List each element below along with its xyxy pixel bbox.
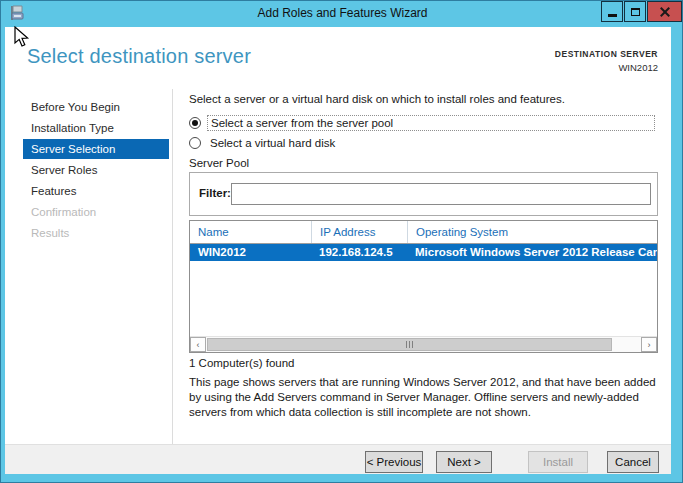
radio-row-server-pool[interactable]: Select a server from the server pool	[189, 114, 655, 131]
sidebar-item-before-you-begin[interactable]: Before You Begin	[23, 97, 169, 117]
radio-selected-icon[interactable]	[189, 117, 201, 129]
column-header-ip-address[interactable]: IP Address	[311, 221, 407, 243]
maximize-button[interactable]	[624, 1, 646, 22]
server-pool-title: Server Pool	[189, 157, 249, 169]
close-button[interactable]	[647, 1, 682, 22]
sidebar-item-results: Results	[23, 223, 169, 243]
table-header-row: Name IP Address Operating System	[190, 221, 657, 244]
radio-row-virtual-hard-disk[interactable]: Select a virtual hard disk	[189, 134, 338, 151]
cell-server-os: Microsoft Windows Server 2012 Release Ca…	[407, 244, 657, 261]
computers-found-status: 1 Computer(s) found	[189, 357, 294, 369]
radio-label-virtual-hard-disk: Select a virtual hard disk	[207, 136, 338, 150]
previous-button[interactable]: < Previous	[365, 451, 423, 473]
filter-input[interactable]	[231, 183, 651, 205]
sidebar-item-confirmation: Confirmation	[23, 202, 169, 222]
destination-server-block: DESTINATION SERVER WIN2012	[381, 49, 658, 73]
sidebar-item-server-roles[interactable]: Server Roles	[23, 160, 169, 180]
close-icon	[659, 6, 671, 18]
wizard-window: Add Roles and Features Wizard Select des…	[0, 0, 683, 483]
cell-server-name: WIN2012	[190, 244, 311, 261]
titlebar[interactable]: Add Roles and Features Wizard	[1, 1, 683, 27]
filter-box: Filter:	[189, 172, 658, 216]
radio-label-server-pool: Select a server from the server pool	[207, 115, 655, 131]
minimize-icon	[608, 14, 617, 17]
sidebar-item-installation-type[interactable]: Installation Type	[23, 118, 169, 138]
server-pool-table: Name IP Address Operating System WIN2012…	[189, 220, 658, 353]
scroll-left-icon[interactable]: ‹	[190, 337, 206, 352]
destination-server-value: WIN2012	[381, 62, 658, 73]
filter-label: Filter:	[199, 187, 231, 199]
next-button[interactable]: Next >	[436, 451, 492, 473]
window-title: Add Roles and Features Wizard	[1, 1, 683, 27]
destination-server-label: DESTINATION SERVER	[381, 49, 658, 59]
cancel-button[interactable]: Cancel	[607, 451, 659, 473]
install-button: Install	[528, 451, 588, 473]
table-row[interactable]: WIN2012 192.168.124.5 Microsoft Windows …	[190, 244, 657, 261]
intro-text: Select a server or a virtual hard disk o…	[189, 93, 659, 105]
maximize-icon	[631, 8, 640, 16]
sidebar-divider	[172, 89, 173, 444]
scroll-right-icon[interactable]: ›	[641, 337, 657, 352]
cell-server-ip: 192.168.124.5	[311, 244, 407, 261]
page-description: This page shows servers that are running…	[189, 375, 661, 420]
horizontal-scrollbar[interactable]: ‹ ›	[190, 336, 657, 352]
scrollbar-thumb[interactable]	[207, 338, 612, 351]
minimize-button[interactable]	[601, 1, 623, 22]
column-header-name[interactable]: Name	[190, 221, 311, 243]
sidebar-item-server-selection[interactable]: Server Selection	[23, 139, 169, 159]
column-header-operating-system[interactable]: Operating System	[407, 221, 657, 243]
page-title: Select destination server	[27, 45, 251, 68]
cursor-icon	[14, 26, 30, 48]
radio-icon[interactable]	[189, 137, 201, 149]
sidebar-item-features[interactable]: Features	[23, 181, 169, 201]
